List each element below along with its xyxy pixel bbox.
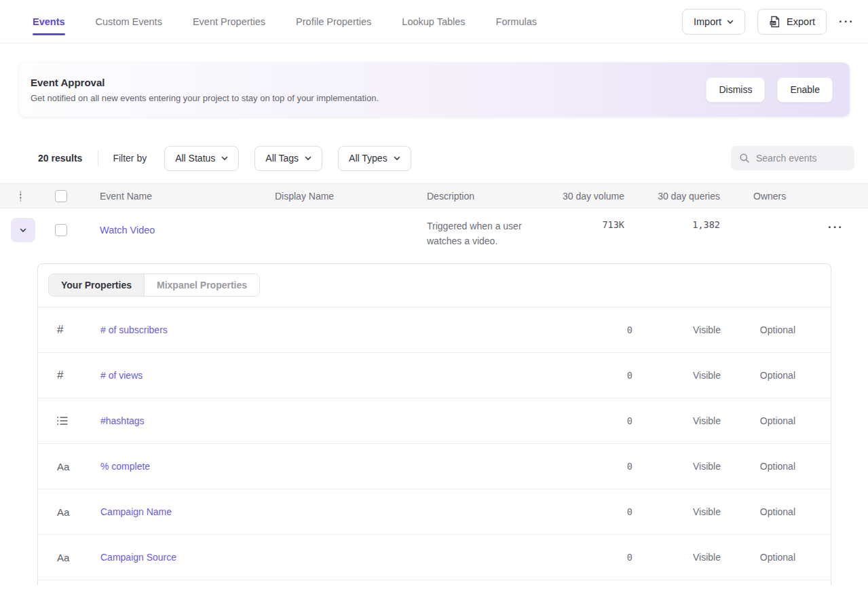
tab-custom-events-label: Custom Events — [96, 16, 162, 27]
dismiss-button[interactable]: Dismiss — [706, 77, 765, 102]
property-visibility: Visible — [633, 324, 721, 335]
column-header-30-day-queries[interactable]: 30 day queries — [624, 191, 720, 202]
banner-title: Event Approval — [31, 77, 706, 88]
collapse-all-icon[interactable]: ↓ ↑ — [11, 190, 41, 202]
tab-profile-properties[interactable]: Profile Properties — [296, 0, 371, 43]
tab-your-properties[interactable]: Your Properties — [49, 274, 144, 296]
arrow-up-glyph: ↑ — [18, 196, 22, 202]
chevron-down-icon — [394, 155, 400, 162]
column-header-owners[interactable]: Owners — [720, 191, 814, 202]
property-name-link[interactable]: # of subscribers — [100, 324, 551, 335]
chevron-down-icon — [20, 227, 26, 233]
chevron-down-icon — [305, 155, 312, 162]
export-button-label: Export — [787, 16, 815, 27]
column-header-display-name[interactable]: Display Name — [270, 191, 422, 202]
property-requirement: Optional — [721, 506, 795, 517]
property-count: 0 — [551, 324, 633, 335]
banner-actions: Dismiss Enable — [706, 77, 833, 102]
status-filter-label: All Status — [175, 153, 215, 164]
types-filter-label: All Types — [349, 153, 388, 164]
csv-file-icon: csv — [769, 16, 781, 28]
property-row: Aa Campaign Source 0 Visible Optional — [38, 535, 831, 580]
property-count: 0 — [551, 370, 633, 381]
property-visibility: Visible — [633, 506, 721, 517]
status-filter-dropdown[interactable]: All Status — [164, 146, 239, 171]
tab-events-label: Events — [33, 16, 65, 27]
tab-event-properties-label: Event Properties — [193, 16, 265, 27]
tab-events[interactable]: Events — [33, 0, 65, 43]
volume-value: 713K — [602, 219, 624, 230]
row-checkbox[interactable] — [55, 224, 67, 236]
text-type-icon: Aa — [57, 552, 69, 563]
property-requirement: Optional — [721, 370, 795, 381]
search-events-box[interactable] — [731, 146, 854, 170]
event-approval-banner: Event Approval Get notified on all new e… — [19, 62, 850, 117]
tags-filter-label: All Tags — [265, 153, 299, 164]
column-header-event-name[interactable]: Event Name — [81, 191, 270, 202]
import-button[interactable]: Import — [682, 9, 745, 35]
number-type-icon: # — [57, 369, 63, 382]
tab-event-properties[interactable]: Event Properties — [193, 0, 265, 43]
event-row-watch-video: Watch Video Triggered when a user watche… — [0, 208, 868, 248]
tags-filter-dropdown[interactable]: All Tags — [254, 146, 322, 171]
nav-actions: Import csv Export ··· — [682, 9, 854, 35]
property-visibility: Visible — [633, 552, 721, 563]
filter-by-label: Filter by — [113, 153, 147, 164]
column-header-30-day-volume[interactable]: 30 day volume — [551, 191, 624, 202]
property-name-link[interactable]: #hashtags — [100, 415, 551, 426]
tab-custom-events[interactable]: Custom Events — [96, 0, 162, 43]
tab-formulas-label: Formulas — [496, 16, 537, 27]
results-count: 20 results — [38, 153, 82, 164]
property-row: Aa Campaign Name 0 Visible Optional — [38, 489, 831, 535]
tab-lookup-tables[interactable]: Lookup Tables — [402, 0, 465, 43]
property-name-link[interactable]: Campaign Source — [100, 552, 551, 563]
tab-mixpanel-properties[interactable]: Mixpanel Properties — [144, 274, 259, 296]
property-requirement: Optional — [721, 461, 795, 472]
property-visibility: Visible — [633, 370, 721, 381]
properties-segmented-control: Your Properties Mixpanel Properties — [48, 274, 260, 297]
column-header-description[interactable]: Description — [422, 191, 551, 202]
event-description: Triggered when a user watches a video. — [427, 219, 542, 248]
property-row: # # of subscribers 0 Visible Optional — [38, 307, 831, 353]
chevron-down-icon — [221, 155, 228, 162]
enable-button[interactable]: Enable — [777, 77, 833, 102]
property-name-link[interactable]: % complete — [100, 461, 551, 472]
property-row: # # of views 0 Visible Optional — [38, 353, 831, 398]
row-more-menu[interactable]: ··· — [828, 221, 844, 233]
tab-profile-properties-label: Profile Properties — [296, 16, 371, 27]
property-name-link[interactable]: Campaign Name — [100, 506, 551, 517]
property-visibility: Visible — [633, 461, 721, 472]
property-requirement: Optional — [721, 324, 795, 335]
property-visibility: Visible — [633, 415, 721, 426]
property-count: 0 — [551, 552, 633, 563]
property-requirement: Optional — [721, 415, 795, 426]
properties-tabs: Your Properties Mixpanel Properties — [38, 264, 831, 307]
event-properties-panel: Your Properties Mixpanel Properties # # … — [37, 263, 831, 585]
property-row: #hashtags 0 Visible Optional — [38, 398, 831, 444]
property-requirement: Optional — [721, 552, 795, 563]
svg-text:csv: csv — [771, 21, 776, 24]
banner-description: Get notified on all new events entering … — [31, 93, 706, 103]
select-all-checkbox[interactable] — [55, 190, 67, 202]
queries-value: 1,382 — [692, 219, 720, 230]
property-count: 0 — [551, 506, 633, 517]
search-icon — [739, 153, 750, 164]
text-type-icon: Aa — [57, 506, 69, 518]
chevron-down-icon — [727, 18, 734, 25]
top-navigation: Events Custom Events Event Properties Pr… — [0, 0, 868, 43]
property-name-link[interactable]: # of views — [100, 370, 551, 381]
event-name-link[interactable]: Watch Video — [100, 225, 155, 236]
export-button[interactable]: csv Export — [757, 9, 827, 35]
import-button-label: Import — [694, 16, 721, 27]
search-events-input[interactable] — [756, 153, 846, 164]
tab-lookup-tables-label: Lookup Tables — [402, 16, 465, 27]
property-row: Aa % complete 0 Visible Optional — [38, 444, 831, 489]
filter-toolbar: 20 results Filter by All Status All Tags… — [38, 145, 854, 171]
nav-more-menu[interactable]: ··· — [839, 16, 854, 27]
tab-formulas[interactable]: Formulas — [496, 0, 537, 43]
types-filter-dropdown[interactable]: All Types — [338, 146, 411, 171]
list-type-icon — [57, 416, 68, 426]
text-type-icon: Aa — [57, 461, 69, 472]
collapse-row-button[interactable] — [11, 218, 35, 242]
lexicon-tabs: Events Custom Events Event Properties Pr… — [33, 0, 682, 43]
